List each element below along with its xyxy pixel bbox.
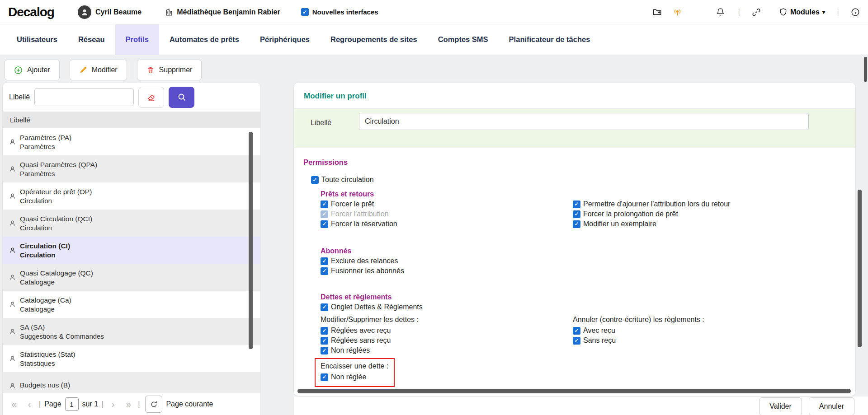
bell-icon[interactable] [716,7,725,17]
checkbox[interactable] [321,267,328,275]
list-item[interactable]: SA (SA)Suggestions & Commandes [3,318,260,345]
checkbox-label: Sans reçu [583,336,616,345]
tab-planificateur[interactable]: Planificateur de tâches [499,24,601,55]
horizontal-scrollbar[interactable] [297,389,851,393]
checkbox[interactable] [321,327,328,335]
tab-regroupements[interactable]: Regroupements de sites [320,24,428,55]
checkbox[interactable] [573,201,580,208]
checkbox[interactable] [321,373,328,381]
checkbox[interactable] [573,337,580,345]
delete-button-label: Supprimer [159,66,193,74]
list-scrollbar[interactable] [249,132,253,349]
profile-icon [9,247,16,254]
topbar-actions: | Modules ▾ | [652,7,860,17]
permission-row: Exclure des relances [321,256,846,266]
permission-row: Sans reçu [573,336,846,345]
modifier-dettes-label: Modifier/Supprimer les dettes : [321,316,573,326]
item-subtitle: Catalogage [20,278,93,286]
list-item[interactable]: Statistiques (Stat)Statistiques [3,345,260,372]
checkbox-label: Non réglée [331,373,366,381]
item-title: SA (SA) [20,323,104,331]
list-item[interactable]: Budgets nus (B) [3,372,260,393]
new-interfaces-checkbox[interactable] [301,8,309,16]
prev-page-button[interactable]: ‹ [24,399,35,410]
clear-filter-button[interactable] [138,87,164,108]
checkbox-label: Permettre d'ajourner l'attribution lors … [583,200,730,208]
tab-reseau[interactable]: Réseau [68,24,115,55]
item-title: Opérateur de prêt (OP) [20,188,92,196]
search-button[interactable] [169,87,194,108]
edit-button[interactable]: Modifier [70,60,127,80]
broadcast-icon[interactable] [673,7,682,17]
list-item[interactable]: Quasi Circulation (QCI)Circulation [3,210,260,237]
section-abonnes: Abonnés Exclure des relances Fusionner l… [321,247,846,276]
chevron-down-icon: ▾ [822,9,826,15]
label-field-label: Libellé [311,119,331,127]
tab-utilisateurs[interactable]: Utilisateurs [6,24,68,55]
filter-input[interactable] [34,88,134,106]
section-title: Abonnés [321,247,846,255]
checkbox[interactable] [321,347,328,354]
checkbox[interactable] [321,257,328,265]
checkbox[interactable] [321,337,328,345]
checkbox[interactable] [573,327,580,335]
tab-comptes-sms[interactable]: Comptes SMS [428,24,499,55]
link-icon[interactable] [752,8,761,17]
checkbox-label: Réglées sans reçu [331,336,391,345]
checkbox-label: Réglées avec reçu [331,326,391,335]
page-scrollbar[interactable] [864,57,867,82]
cancel-button[interactable]: Annuler [809,397,854,415]
list-item-selected[interactable]: Circulation (CI)Circulation [3,237,260,264]
last-page-button[interactable]: » [123,399,134,410]
edit-profile-panel: Modifier un profil Libellé Permissions T… [294,83,855,396]
search-icon [177,93,186,102]
folder-export-icon[interactable] [652,7,662,17]
add-button[interactable]: Ajouter [5,60,60,80]
eraser-icon [147,93,156,102]
edit-button-label: Modifier [92,66,118,74]
checkbox[interactable] [321,303,328,311]
list-item[interactable]: Paramètres (PA)Paramètres [3,128,260,155]
refresh-button[interactable] [145,396,162,413]
checkbox[interactable] [573,220,580,228]
add-button-label: Ajouter [27,66,50,74]
library-name: Médiathèque Benjamin Rabier [177,8,280,16]
info-icon[interactable] [851,8,860,17]
list-item[interactable]: Opérateur de prêt (OP)Circulation [3,182,260,210]
label-field[interactable] [359,113,809,130]
list-item[interactable]: Quasi Paramètres (QPA)Paramètres [3,155,260,182]
user-name: Cyril Beaume [95,8,142,16]
filter-row: Libellé [3,83,260,112]
item-subtitle: Statistiques [20,359,75,367]
vertical-scrollbar[interactable] [858,190,862,347]
list-item[interactable]: Quasi Catalogage (QC)Catalogage [3,264,260,291]
checkbox[interactable] [311,176,319,184]
tab-automates[interactable]: Automates de prêts [159,24,250,55]
item-subtitle: Circulation [20,197,92,205]
delete-button[interactable]: Supprimer [137,60,202,80]
section-dettes: Dettes et règlements Onglet Dettes & Règ… [321,293,846,387]
list-item[interactable]: Catalogage (Ca)Catalogage [3,291,260,318]
decalog-logo: Decalog [8,5,54,19]
checkbox[interactable] [321,220,328,228]
tab-profils[interactable]: Profils [115,24,159,55]
item-title: Statistiques (Stat) [20,350,75,359]
tab-peripheriques[interactable]: Périphériques [250,24,320,55]
checkbox-label: Forcer le prêt [331,200,374,208]
next-page-button[interactable]: › [107,399,119,410]
checkbox[interactable] [321,201,328,208]
validate-button[interactable]: Valider [759,397,802,415]
pencil-icon [79,66,87,74]
first-page-button[interactable]: « [8,399,20,410]
profile-icon [9,355,16,362]
section-prets-et-retours: Prêts et retours Forcer le prêt Forcer l… [321,190,846,229]
item-subtitle: Suggestions & Commandes [20,332,104,340]
checkbox[interactable] [573,210,580,218]
column-header: Libellé [3,112,260,128]
permissions-area: Permissions Toute circulation Prêts et r… [294,148,855,387]
refresh-icon [150,401,158,408]
modules-menu[interactable]: Modules ▾ [779,8,825,16]
page-input[interactable] [65,397,79,411]
permission-row: Avec reçu [573,326,846,336]
avatar[interactable] [78,5,91,19]
